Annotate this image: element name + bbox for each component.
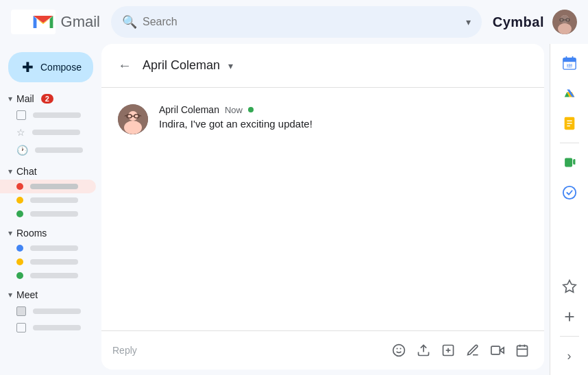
- message-bubble: April Coleman Now Indira, I've got an ex…: [118, 104, 528, 134]
- rooms-chevron-icon: ▾: [8, 228, 12, 238]
- chat-dot-green: [16, 210, 23, 217]
- rooms-section-label: Rooms: [16, 228, 47, 239]
- topbar-right: Cymbal: [493, 10, 577, 34]
- chat-dot-red: [16, 183, 23, 190]
- reply-input[interactable]: [112, 345, 382, 356]
- svg-point-14: [124, 121, 142, 134]
- chat-section-label: Chat: [16, 166, 37, 177]
- sidebar-item-chat-2[interactable]: [0, 193, 96, 207]
- calendar-reply-button[interactable]: [511, 339, 533, 361]
- compose-button[interactable]: ✚ Compose: [8, 52, 93, 82]
- mail-item-inbox[interactable]: [0, 107, 101, 123]
- online-indicator: [248, 107, 254, 112]
- svg-marker-25: [500, 348, 504, 353]
- sidebar-section-meet[interactable]: ▾ Meet: [0, 287, 101, 303]
- meet-item-2[interactable]: [0, 319, 101, 336]
- room-dot-yellow: [16, 258, 23, 265]
- sidebar-section-mail[interactable]: ▾ Mail 2: [0, 90, 101, 107]
- svg-rect-32: [563, 58, 575, 62]
- user-avatar[interactable]: [552, 10, 577, 34]
- google-tasks-icon[interactable]: [556, 179, 583, 206]
- right-icon-bar: 31: [550, 44, 588, 375]
- room-item-2-label: [30, 259, 78, 265]
- chevron-right-icon: ›: [567, 349, 572, 363]
- content-area: ← April Coleman ▾: [101, 44, 544, 370]
- svg-point-11: [552, 10, 577, 34]
- clock-icon: 🕐: [16, 145, 28, 156]
- sender-name: April Coleman: [159, 104, 219, 115]
- room-dot-green2: [16, 272, 23, 279]
- reply-icons: [388, 339, 533, 361]
- meet-item-2-label: [33, 325, 81, 330]
- chat-dot-yellow: [16, 197, 23, 204]
- mail-badge: 2: [41, 94, 53, 104]
- svg-point-18: [393, 345, 405, 356]
- content-header: ← April Coleman ▾: [101, 44, 544, 88]
- extensions-icon[interactable]: [556, 273, 583, 300]
- gmail-icon-container: [31, 10, 56, 34]
- sidebar-section-chat[interactable]: ▾ Chat: [0, 163, 101, 180]
- google-drive-icon[interactable]: [556, 80, 583, 107]
- main-layout: ✚ Compose ▾ Mail 2 ☆ 🕐 ▾ Chat: [0, 44, 588, 375]
- room-item-1-label: [30, 245, 78, 251]
- mail-item-starred[interactable]: ☆: [0, 123, 101, 141]
- svg-marker-42: [563, 280, 575, 292]
- add-apps-icon[interactable]: [556, 303, 583, 330]
- sender-avatar: [118, 104, 148, 134]
- chat-chevron-icon: ▾: [8, 167, 12, 176]
- meet-chevron-icon: ▾: [8, 290, 12, 300]
- expand-sidebar-button[interactable]: ›: [556, 342, 583, 370]
- sidebar-section-rooms[interactable]: ▾ Rooms: [0, 225, 101, 241]
- meet-item-1[interactable]: [0, 303, 101, 319]
- mention-button[interactable]: [462, 339, 484, 361]
- add-button[interactable]: [437, 339, 459, 361]
- message-area: April Coleman Now Indira, I've got an ex…: [101, 88, 544, 330]
- sidebar-item-room-2[interactable]: [0, 255, 96, 269]
- search-input[interactable]: [143, 16, 461, 28]
- meet-checkbox-1: [16, 306, 26, 316]
- message-content: April Coleman Now Indira, I've got an ex…: [159, 104, 313, 130]
- video-button[interactable]: [487, 339, 509, 361]
- star-icon: ☆: [16, 127, 25, 138]
- google-calendar-icon[interactable]: 31: [556, 49, 583, 77]
- contact-dropdown-icon[interactable]: ▾: [228, 60, 233, 71]
- svg-point-41: [563, 186, 575, 199]
- brand-label: Cymbal: [493, 14, 544, 30]
- meet-item-1-label: [33, 309, 81, 314]
- chat-item-1-label: [30, 184, 78, 189]
- sidebar-item-chat-3[interactable]: [0, 207, 96, 221]
- message-text: Indira, I've got an exciting update!: [159, 118, 313, 130]
- sidebar-item-room-3[interactable]: [0, 269, 96, 282]
- mail-item-label: [33, 112, 81, 118]
- mail-section-label: Mail: [16, 93, 34, 104]
- sender-avatar-img: [118, 104, 148, 134]
- back-button[interactable]: ←: [115, 55, 134, 76]
- reply-box: [101, 330, 544, 370]
- mail-chevron-icon: ▾: [8, 94, 12, 104]
- sidebar-item-chat-1[interactable]: [0, 180, 96, 193]
- plus-icon: ✚: [22, 59, 34, 75]
- upload-button[interactable]: [413, 339, 434, 361]
- room-item-3-label: [30, 273, 78, 278]
- message-time: Now: [225, 105, 243, 115]
- meet-checkbox-2: [16, 323, 26, 332]
- google-meet-icon[interactable]: [556, 149, 583, 176]
- chat-item-3-label: [30, 211, 78, 217]
- mail-starred-label: [32, 130, 80, 135]
- google-keep-icon[interactable]: [556, 110, 583, 137]
- sidebar-item-room-1[interactable]: [0, 241, 96, 255]
- chat-item-2-label: [30, 197, 78, 203]
- mail-item-snoozed[interactable]: 🕐: [0, 141, 101, 159]
- right-icon-divider: [560, 143, 579, 143]
- mail-snoozed-label: [35, 147, 83, 153]
- search-bar[interactable]: 🔍 ▾: [111, 6, 482, 38]
- right-icon-divider-2: [560, 336, 579, 337]
- contact-name: April Coleman: [143, 58, 220, 73]
- meet-section-label: Meet: [16, 289, 38, 300]
- search-dropdown-icon[interactable]: ▾: [466, 16, 471, 27]
- checkbox-icon: [16, 110, 26, 120]
- room-dot-blue: [16, 245, 23, 252]
- message-meta: April Coleman Now: [159, 104, 313, 115]
- emoji-button[interactable]: [388, 339, 410, 361]
- search-icon: 🔍: [122, 14, 137, 29]
